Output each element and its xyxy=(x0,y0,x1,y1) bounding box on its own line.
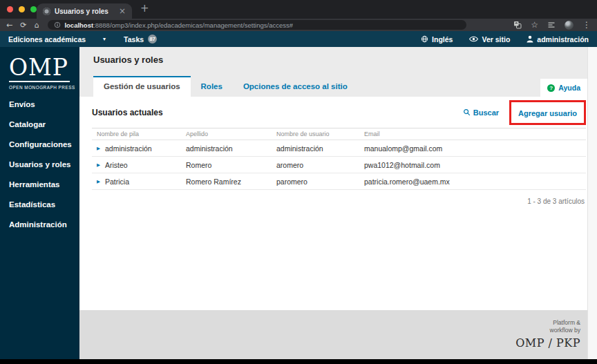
tasks-count-badge: 87 xyxy=(148,35,157,44)
add-user-button[interactable]: Agregar usuario xyxy=(518,109,577,117)
cell-text: administración xyxy=(105,144,152,153)
tab-content: Usuarios actuales Buscar Agregar usuario xyxy=(79,97,587,310)
omp-logo-rule xyxy=(9,81,70,82)
footer-brand: OMP / PKP xyxy=(515,336,580,351)
cell-username: administración xyxy=(272,144,359,153)
eye-icon xyxy=(469,35,478,43)
new-tab-button[interactable]: + xyxy=(140,2,149,15)
omp-logo: OMP OPEN MONOGRAPH PRESS xyxy=(9,56,79,90)
chevron-down-icon: ▾ xyxy=(103,36,106,42)
reload-icon[interactable]: ⟳ xyxy=(20,21,26,29)
back-icon[interactable]: ← xyxy=(6,21,12,29)
tab-gestion-de-usuarios[interactable]: Gestión de usuarios xyxy=(93,76,191,97)
tab-roles[interactable]: Roles xyxy=(191,76,233,97)
table-row: ▶ Patricia Romero Ramírez paromero patri… xyxy=(92,173,586,190)
column-header-last-name: Apellido xyxy=(181,131,272,137)
window-minimize-button[interactable] xyxy=(19,6,25,12)
annotation-highlight-box: Agregar usuario xyxy=(509,100,586,125)
user-name-label: administración xyxy=(537,35,589,44)
screen: Usuarios y roles × + ← ⟳ ⌂ localhost:888… xyxy=(0,0,597,364)
sidebar-item-configuraciones[interactable]: Configuraciones xyxy=(0,135,79,155)
current-users-grid: Usuarios actuales Buscar Agregar usuario xyxy=(92,97,586,205)
context-name: Ediciones académicas xyxy=(8,35,86,44)
column-header-first-name: Nombre de pila xyxy=(92,131,181,137)
cell-first-name: ▶ Aristeo xyxy=(92,161,181,169)
url-host: localhost xyxy=(64,21,93,29)
cell-last-name: Romero Ramírez xyxy=(181,178,272,186)
cell-email: manualomp@gmail.com xyxy=(359,144,586,153)
cell-text: Patricia xyxy=(105,178,129,186)
window-controls xyxy=(7,6,37,12)
tasks-link[interactable]: Tasks 87 xyxy=(124,35,157,44)
pagination-info: 1 - 3 de 3 artículos xyxy=(92,190,586,205)
user-menu[interactable]: administración xyxy=(527,35,589,44)
row-expand-icon[interactable]: ▶ xyxy=(97,162,100,168)
sidebar-item-administracion[interactable]: Administración xyxy=(0,215,79,235)
cell-email: pwa1012@hotmail.com xyxy=(359,161,586,169)
url-text: localhost:8888/omp3/index.php/edacademic… xyxy=(64,21,293,29)
sidebar-item-catalogar[interactable]: Catalogar xyxy=(0,115,79,135)
bookmark-star-icon[interactable]: ☆ xyxy=(531,21,538,29)
context-switcher[interactable]: Ediciones académicas ▾ xyxy=(8,35,106,44)
tab-opciones-de-acceso[interactable]: Opciones de acceso al sitio xyxy=(233,76,358,97)
grid-title: Usuarios actuales xyxy=(92,108,163,117)
help-label: Ayuda xyxy=(558,84,580,92)
view-site-link[interactable]: Ver sitio xyxy=(469,35,510,44)
cell-username: paromero xyxy=(272,178,359,186)
column-header-email: Email xyxy=(359,131,586,137)
language-switcher[interactable]: Inglés xyxy=(421,35,453,44)
translate-icon[interactable] xyxy=(513,21,522,29)
table-header-row: Nombre de pila Apellido Nombre de usuari… xyxy=(92,128,586,140)
sidebar-item-envios[interactable]: Envíos xyxy=(0,95,79,115)
search-button[interactable]: Buscar xyxy=(463,108,499,117)
tasks-label: Tasks xyxy=(124,35,144,44)
cell-first-name: ▶ Patricia xyxy=(92,178,181,186)
page-info-icon[interactable] xyxy=(54,21,61,28)
omp-logo-title: OMP xyxy=(9,56,79,79)
view-site-label: Ver sitio xyxy=(482,35,510,44)
browser-toolbar: ← ⟳ ⌂ localhost:8888/omp3/index.php/edac… xyxy=(0,19,597,31)
row-expand-icon[interactable]: ▶ xyxy=(97,146,100,151)
cell-last-name: Romero xyxy=(181,161,272,169)
browser-tab-strip: Usuarios y roles × + xyxy=(0,0,597,19)
help-button[interactable]: ? Ayuda xyxy=(540,79,587,97)
browser-scrollbar[interactable] xyxy=(587,47,597,359)
help-icon: ? xyxy=(547,84,555,92)
window-zoom-button[interactable] xyxy=(30,6,37,12)
table-row: ▶ administración administración administ… xyxy=(92,140,586,157)
browser-tab[interactable]: Usuarios y roles × xyxy=(37,3,132,19)
app-header-actions: Inglés Ver sitio administración xyxy=(421,35,589,44)
page-title: Usuarios y roles xyxy=(93,55,163,65)
column-header-username: Nombre de usuario xyxy=(272,131,359,137)
row-expand-icon[interactable]: ▶ xyxy=(97,179,100,184)
sidebar-item-herramientas[interactable]: Herramientas xyxy=(0,175,79,195)
grid-actions: Buscar Agregar usuario xyxy=(463,100,586,125)
cell-username: aromero xyxy=(272,161,359,169)
footer-line1: Platform & xyxy=(515,319,580,327)
sidebar-item-usuarios-y-roles[interactable]: Usuarios y roles xyxy=(0,155,79,175)
footer-line2: workflow by xyxy=(515,327,580,334)
site-favicon-icon xyxy=(43,8,50,15)
window-close-button[interactable] xyxy=(7,6,13,12)
tab-title: Usuarios y roles xyxy=(55,8,115,15)
sidebar-item-estadisticas[interactable]: Estadísticas xyxy=(0,195,79,215)
url-path: :8888/omp3/index.php/edacademicas/manage… xyxy=(93,21,293,29)
tab-close-icon[interactable]: × xyxy=(119,7,126,15)
home-icon[interactable]: ⌂ xyxy=(34,21,39,29)
sidebar: OMP OPEN MONOGRAPH PRESS Envíos Cataloga… xyxy=(0,47,79,359)
user-icon xyxy=(527,35,533,43)
cell-email: patricia.romero@uaem.mx xyxy=(359,178,586,186)
tab-bar: Gestión de usuarios Roles Opciones de ac… xyxy=(93,76,358,97)
search-icon xyxy=(463,108,471,116)
toolbar-actions: ☆ ⋮ xyxy=(513,21,591,30)
globe-icon xyxy=(421,35,428,43)
language-label: Inglés xyxy=(432,35,453,44)
profile-avatar[interactable] xyxy=(565,21,574,30)
cell-text: Aristeo xyxy=(105,161,128,169)
cell-first-name: ▶ administración xyxy=(92,144,181,153)
sidebar-nav: Envíos Catalogar Configuraciones Usuario… xyxy=(0,95,79,235)
page-footer: Platform & workflow by OMP / PKP xyxy=(79,310,587,359)
address-bar[interactable]: localhost:8888/omp3/index.php/edacademic… xyxy=(48,20,466,30)
reading-list-icon[interactable] xyxy=(547,21,556,29)
browser-menu-icon[interactable]: ⋮ xyxy=(582,21,591,29)
